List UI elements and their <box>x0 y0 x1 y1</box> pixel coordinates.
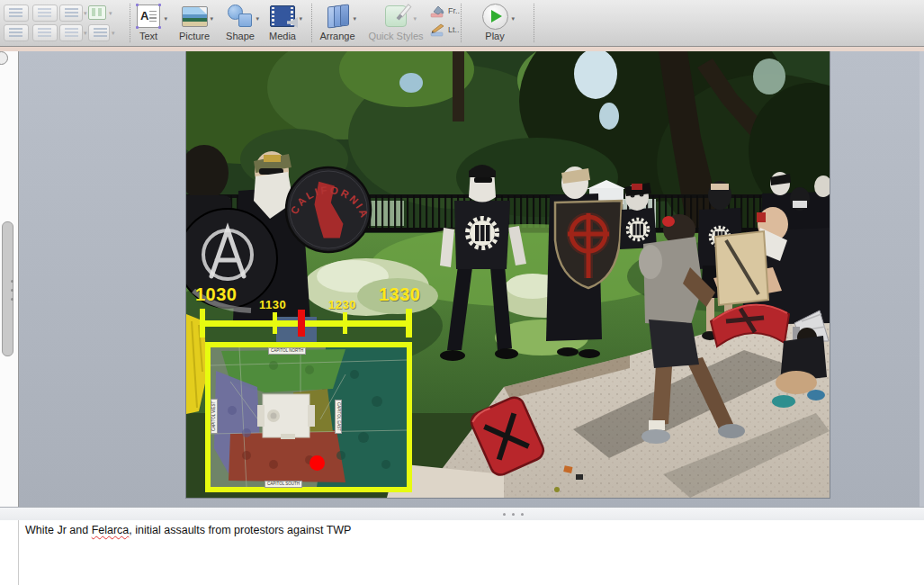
picture-icon <box>182 6 208 27</box>
map-label-north: CAPITOL NORTH <box>268 347 306 355</box>
chevron-down-icon[interactable]: ▾ <box>511 15 515 22</box>
slide-canvas-area: CALIFORNIA <box>0 51 924 507</box>
quick-styles-icon <box>385 5 407 27</box>
pencil-icon <box>430 22 446 37</box>
navigator-toggle-button[interactable] <box>0 51 8 65</box>
quick-styles-button[interactable]: ▾ Quick Styles <box>364 3 427 41</box>
splitter-handle-dots[interactable] <box>503 513 524 516</box>
toolbar-separator <box>130 4 130 42</box>
timeline-time-1030: 1030 <box>195 284 238 305</box>
slide-photo[interactable]: CALIFORNIA <box>186 51 830 498</box>
timeline-time-1230: 1230 <box>328 298 356 311</box>
chevron-down-icon[interactable]: ▾ <box>84 30 87 37</box>
timeline-tick-end <box>406 309 412 338</box>
outdent-button[interactable] <box>4 4 29 22</box>
quick-styles-label: Quick Styles <box>364 31 427 41</box>
slide-canvas[interactable]: CALIFORNIA <box>19 51 924 507</box>
chevron-down-icon[interactable]: ▾ <box>109 10 112 17</box>
map-location-dot <box>309 455 325 471</box>
chevron-down-icon[interactable]: ▾ <box>256 15 259 22</box>
chevron-down-icon[interactable]: ▾ <box>84 10 87 17</box>
presentation-window: ▾ ▾ ▾ ▾ A ▾ Text ▾ Picture ▾ <box>0 0 924 585</box>
fill-color-button[interactable]: Fr.. <box>430 4 460 17</box>
media-tool-label: Media <box>265 31 301 41</box>
chevron-down-icon[interactable]: ▾ <box>112 30 115 37</box>
california-shield: CALIFORNIA <box>286 167 371 252</box>
timeline-time-1330: 1330 <box>379 284 421 305</box>
play-label: Play <box>473 31 516 41</box>
picture-tool-button[interactable]: ▾ Picture <box>176 3 212 41</box>
timeline-tick-1230 <box>343 312 347 334</box>
spacing-button[interactable] <box>32 24 58 41</box>
notes-text-before: White Jr and <box>25 524 92 536</box>
media-tool-button[interactable]: ▾ Media <box>265 3 301 41</box>
line-style-button[interactable]: Lt.. <box>430 23 460 36</box>
char-spacing-button[interactable] <box>59 24 83 41</box>
text-placement-button[interactable] <box>88 24 110 41</box>
toolbar: ▾ ▾ ▾ ▾ A ▾ Text ▾ Picture ▾ <box>0 0 924 47</box>
timeline-tick-1130 <box>273 312 277 334</box>
toolbar-separator <box>461 4 462 42</box>
indent-button[interactable] <box>32 4 58 22</box>
slide-navigator-strip <box>0 51 19 507</box>
map-label-east: CAPITOL EAST <box>335 400 342 434</box>
timeline-tick-start <box>200 309 205 338</box>
arrange-panels-icon <box>326 4 349 28</box>
chevron-down-icon[interactable]: ▾ <box>299 15 302 22</box>
shape-tool-button[interactable]: ▾ Shape <box>222 3 258 41</box>
pane-splitter-handle[interactable] <box>11 280 14 303</box>
arrange-button[interactable]: ▾ Arrange <box>317 3 358 41</box>
map-label-south: CAPITOL SOUTH <box>265 481 302 488</box>
capitol-map-inset: CAPITOL NORTH CAPITOL EAST CAPITOL SOUTH… <box>205 342 412 492</box>
line-spacing-button[interactable] <box>59 4 83 22</box>
shape-tool-label: Shape <box>222 31 258 41</box>
capitol-building <box>257 394 315 439</box>
text-tool-label: Text <box>131 31 166 41</box>
justify-button[interactable] <box>4 24 29 41</box>
shapes-icon <box>228 4 253 28</box>
presenter-notes-area[interactable]: White Jr and Felarca, initial assaults f… <box>0 520 924 585</box>
paint-bucket-icon <box>430 4 446 18</box>
fill-label: Fr.. <box>448 6 460 15</box>
tan-shield <box>715 231 768 305</box>
line-label: Lt.. <box>448 25 460 34</box>
timeline-time-1130: 1130 <box>259 298 286 311</box>
timeline-bar <box>202 320 412 327</box>
text-tool-button[interactable]: A ▾ Text <box>131 3 166 41</box>
text-box-icon: A <box>137 4 160 28</box>
notes-text-after: , initial assaults from protestors again… <box>129 524 351 536</box>
notes-left-divider <box>18 520 19 585</box>
map-label-west: CAPITOL WEST <box>211 399 218 434</box>
notes-misspelled-word: Felarca <box>92 524 130 536</box>
chevron-down-icon[interactable]: ▾ <box>164 15 167 22</box>
toolbar-separator <box>311 4 312 42</box>
play-icon <box>482 4 508 30</box>
chevron-down-icon[interactable]: ▾ <box>413 15 417 22</box>
canvas-right-scroll-track[interactable] <box>920 51 924 507</box>
presenter-notes-text[interactable]: White Jr and Felarca, initial assaults f… <box>25 524 351 536</box>
toolbar-separator <box>534 4 534 42</box>
chevron-down-icon[interactable]: ▾ <box>210 15 213 22</box>
play-button[interactable]: ▾ Play <box>473 3 516 41</box>
capitol-map <box>211 347 407 487</box>
columns-button[interactable] <box>88 5 106 20</box>
arrange-label: Arrange <box>317 31 358 41</box>
chevron-down-icon[interactable]: ▾ <box>353 15 356 22</box>
timeline-current-marker <box>298 310 305 337</box>
picture-tool-label: Picture <box>176 31 212 41</box>
film-strip-icon <box>270 5 295 27</box>
